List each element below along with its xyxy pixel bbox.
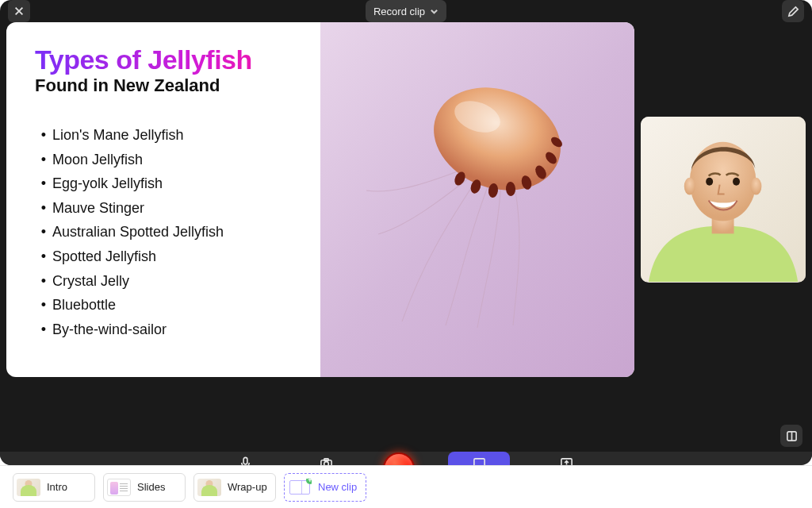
record-clip-label: Record clip [373,6,425,17]
slide-list-item: Australian Spotted Jellyfish [35,220,311,244]
slide-title: Types of Jellyfish [35,44,311,75]
close-button[interactable] [8,0,30,22]
clip-item[interactable]: Wrap-up [193,473,276,502]
columns-icon [786,430,798,442]
slide-image [320,22,634,377]
recorder-window: Record clip Types of Jellyfish Found in … [0,0,812,465]
svg-point-13 [706,178,713,186]
svg-rect-23 [473,459,484,465]
slide-list-item: Lion's Mane Jellyfish [35,123,311,148]
clip-label: Wrap-up [228,481,267,493]
svg-point-21 [324,462,328,465]
slide-list: Lion's Mane JellyfishMoon JellyfishEgg-y… [35,123,311,341]
import-slides-button[interactable]: Import slides [543,456,591,465]
stop-screen-button[interactable]: Stop screen [448,452,509,465]
clip-thumbnail [107,479,131,496]
slide-list-item: Crystal Jelly [35,269,311,294]
clip-thumbnail [197,479,221,496]
new-clip-icon [288,479,312,496]
presentation-slide: Types of Jellyfish Found in New Zealand … [6,22,634,377]
slide-subtitle: Found in New Zealand [35,75,311,96]
edit-button[interactable] [782,0,804,22]
layout-toggle-button[interactable] [780,425,802,447]
clip-label: Slides [137,481,165,493]
clip-thumbnail [17,479,40,496]
slides-import-icon [560,456,573,465]
camera-icon [320,456,333,465]
presenter-avatar [641,117,806,282]
slide-list-item: Moon Jellyfish [35,148,311,172]
record-clip-dropdown[interactable]: Record clip [366,0,446,22]
svg-point-14 [733,178,740,186]
new-clip-label: New clip [318,481,357,493]
clip-label: Intro [47,481,67,493]
svg-point-15 [684,178,695,195]
svg-rect-19 [243,457,247,464]
slide-list-item: Bluebottle [35,293,311,318]
edit-icon [787,6,799,17]
mute-button[interactable]: Mute [221,456,269,465]
screen-icon [473,456,486,465]
recording-toolbar: Mute Stop camera Stop screen Import slid… [0,452,812,465]
close-icon [13,6,25,17]
clip-item[interactable]: Intro [13,473,95,502]
slide-text-panel: Types of Jellyfish Found in New Zealand … [6,22,320,377]
new-clip-button[interactable]: New clip [284,473,366,502]
svg-point-16 [750,178,761,195]
microphone-icon [239,456,252,465]
jellyfish-illustration [358,28,596,329]
slide-list-item: Spotted Jellyfish [35,244,311,269]
chevron-down-icon [430,7,439,16]
slide-list-item: Mauve Stinger [35,196,311,221]
webcam-preview[interactable] [641,117,806,283]
topbar: Record clip [0,0,812,22]
clips-timeline: IntroSlidesWrap-upNew clip [0,465,812,508]
slide-list-item: Egg-yolk Jellyfish [35,171,311,196]
slide-list-item: By-the-wind-sailor [35,318,311,342]
record-button[interactable] [383,452,415,465]
stop-camera-button[interactable]: Stop camera [302,456,350,465]
clip-item[interactable]: Slides [103,473,186,502]
